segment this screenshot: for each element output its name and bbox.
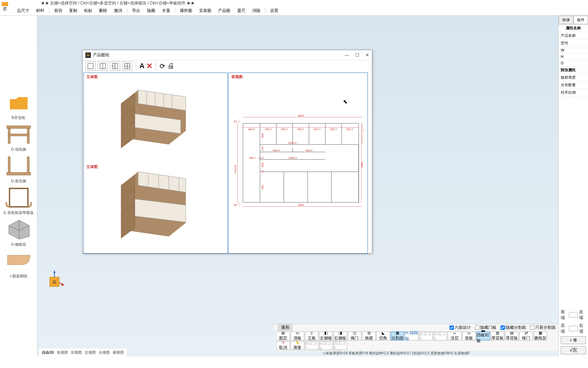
svg-text:503.7: 503.7 bbox=[281, 128, 288, 131]
tab-board[interactable]: 板件 bbox=[573, 16, 588, 24]
tool-diamond-rack[interactable]: ▩菱格架 bbox=[534, 332, 547, 340]
menu-copy[interactable]: 复制 bbox=[66, 6, 80, 15]
prop-count[interactable]: 分布数量 bbox=[559, 81, 588, 89]
text-tool-button[interactable]: A bbox=[140, 62, 144, 70]
front-label: 前视图 bbox=[231, 74, 243, 79]
menu-hide[interactable]: 隐藏 bbox=[144, 6, 158, 15]
tool-cancel[interactable]: ✕取消 bbox=[276, 341, 290, 350]
tool-measure[interactable]: 📏测量 bbox=[291, 341, 304, 350]
tab-right[interactable]: 右视图 bbox=[99, 350, 110, 355]
tool-custom4[interactable]: 自定义4 bbox=[319, 341, 333, 350]
tab-front[interactable]: 前视图 bbox=[57, 350, 68, 355]
tool-custom2[interactable]: 自定义2 bbox=[305, 341, 318, 350]
layout-4-button[interactable] bbox=[122, 61, 132, 71]
print-button[interactable]: 🖨 bbox=[167, 62, 174, 70]
tool-custom6[interactable]: 自定义6 bbox=[333, 341, 347, 350]
close-button[interactable]: ✕ bbox=[365, 52, 369, 58]
svg-text:2224.8: 2224.8 bbox=[234, 165, 237, 173]
prop-w[interactable]: W bbox=[559, 47, 588, 53]
tool-sliding-door[interactable]: ⇄移门 bbox=[519, 332, 533, 340]
prop-d[interactable]: D bbox=[559, 60, 588, 66]
maximize-button[interactable]: ☐ bbox=[355, 52, 359, 58]
menu-hidden-line[interactable]: 消隐 bbox=[249, 6, 263, 15]
lib-item-bottom-wrap[interactable]: D-底包侧 bbox=[5, 154, 32, 184]
tool-thick-back[interactable]: ▥厚背板 bbox=[491, 332, 504, 340]
viewport-tabs: 自由3D 前视图 后视图 左视图 右视图 俯视图 bbox=[39, 349, 127, 356]
svg-text:80: 80 bbox=[234, 203, 237, 206]
tool-kick-board[interactable]: H-踢脚板 bbox=[405, 332, 419, 340]
menu-install[interactable]: 安装图 bbox=[196, 6, 214, 15]
chk-hide-split[interactable]: 隐藏分割面 bbox=[501, 325, 526, 331]
chk-six-face[interactable]: 六面设计 bbox=[450, 325, 471, 331]
tool-shelf[interactable]: ═活层 bbox=[448, 332, 461, 340]
menu-undo[interactable]: 撤消 bbox=[111, 6, 125, 15]
menu-paste[interactable]: 粘贴 bbox=[81, 6, 95, 15]
menu-showall[interactable]: 全显 bbox=[159, 6, 173, 15]
svg-text:11.5: 11.5 bbox=[258, 156, 264, 159]
refresh-button[interactable]: ⟳ bbox=[160, 62, 165, 70]
tool-vertical-board[interactable]: ▯立板 bbox=[305, 332, 318, 340]
tool-bottom-board[interactable]: ▭底板 bbox=[462, 332, 476, 340]
bottom-tab-general[interactable]: 通用 bbox=[278, 324, 293, 331]
menu-settings[interactable]: 设置 bbox=[267, 6, 281, 15]
menu-explode[interactable]: 爆炸图 bbox=[177, 6, 195, 15]
tool-right-side[interactable]: ◨右侧板 bbox=[333, 332, 347, 340]
front-view-pane[interactable]: 前视图 3600 60 60 bbox=[228, 73, 368, 254]
tab-cabinet[interactable]: 柜体 bbox=[559, 16, 573, 24]
chk-only-split[interactable]: 只看分割面 bbox=[530, 325, 556, 331]
svg-text:2380: 2380 bbox=[360, 162, 363, 168]
menu-export[interactable]: 导出 bbox=[129, 6, 143, 15]
tool-split-face[interactable]: ▦分割面 bbox=[391, 332, 404, 340]
prop-name[interactable]: 产品名称 bbox=[559, 32, 588, 40]
iso-view-pane[interactable]: 立体图 立体图 bbox=[83, 73, 228, 254]
lib-item-folder[interactable]: B异形柜 bbox=[5, 91, 32, 120]
tab-left[interactable]: 左视图 bbox=[85, 350, 96, 355]
prop-h[interactable]: H bbox=[559, 53, 588, 60]
tool-hinged-door[interactable]: ◫掩门 bbox=[348, 332, 361, 340]
tool-layer[interactable]: ▤图层 bbox=[276, 332, 290, 340]
menu-product-drawing[interactable]: 产品图 bbox=[215, 6, 233, 15]
menu-material[interactable]: 材料 bbox=[33, 6, 47, 15]
tool-custom5[interactable]: 自定义5 bbox=[434, 332, 447, 340]
layout-1-button[interactable] bbox=[85, 61, 96, 71]
vtab-product[interactable]: 产品 bbox=[2, 2, 8, 6]
prop-model[interactable]: 型号 bbox=[559, 40, 588, 47]
tool-left-side[interactable]: ◧左侧板 bbox=[319, 332, 333, 340]
menu-size[interactable]: 总尺寸 bbox=[14, 6, 32, 15]
delete-tool-button[interactable]: ✕ bbox=[146, 62, 152, 71]
tab-top[interactable]: 俯视图 bbox=[113, 350, 124, 355]
lib-item-side-panel-group[interactable]: G-侧板组 bbox=[5, 217, 32, 247]
complete-button[interactable]: √完 bbox=[561, 346, 586, 354]
top-menu: 总尺寸 材料 剪切 复制 粘贴 删除 撤消 导出 隐藏 全显 爆炸图 安装图 产… bbox=[10, 6, 281, 15]
tab-free3d[interactable]: 自由3D bbox=[42, 350, 54, 355]
tool-drawer[interactable]: ⊟抽屉 bbox=[362, 332, 376, 340]
layout-2-button[interactable] bbox=[98, 61, 108, 71]
apply-button[interactable]: √ 修 bbox=[561, 336, 586, 344]
menu-ruler[interactable]: 显尺 bbox=[234, 6, 248, 15]
lib-item-top-wrap[interactable]: D-顶包侧 bbox=[5, 122, 32, 152]
dialog-titlebar[interactable]: M 产品图纸 — ☐ ✕ bbox=[83, 50, 372, 60]
svg-text:984.5: 984.5 bbox=[273, 149, 280, 152]
lib-item-arc-kick[interactable]: I-圆弧脚线 bbox=[5, 249, 32, 279]
title-bar: ★★ 左键=选择空间 / Ctrl+左键=多选空间 / 右键=选择模块 / Ct… bbox=[0, 0, 588, 6]
tool-thin-back[interactable]: ▤薄背板 bbox=[505, 332, 519, 340]
lib-item-wardrobe-arc[interactable]: E-衣柜框架带圆弧 bbox=[4, 186, 34, 215]
tool-custom3[interactable]: 自定义3 bbox=[419, 332, 433, 340]
tab-back[interactable]: 后视图 bbox=[71, 350, 82, 355]
vtab-element[interactable]: 图元 bbox=[2, 12, 7, 14]
svg-text:2022.9: 2022.9 bbox=[288, 141, 297, 144]
prop-align[interactable]: 对齐比例 bbox=[559, 89, 588, 96]
post-input[interactable] bbox=[569, 326, 578, 331]
svg-text:503.7: 503.7 bbox=[297, 128, 305, 131]
tool-corner-cut[interactable]: ◣切角 bbox=[376, 332, 390, 340]
viewport[interactable]: M 产品图纸 — ☐ ✕ A ✕ ⟳ 🖨 bbox=[37, 16, 559, 356]
menu-delete[interactable]: 删除 bbox=[96, 6, 110, 15]
tool-baffle[interactable]: ▬挡板封板 bbox=[476, 332, 490, 340]
menu-cut[interactable]: 剪切 bbox=[51, 6, 65, 15]
layout-3-button[interactable] bbox=[110, 61, 120, 71]
minimize-button[interactable]: — bbox=[345, 52, 349, 58]
tool-top-board[interactable]: ▭顶板 bbox=[291, 332, 304, 340]
pre-input[interactable] bbox=[569, 312, 578, 318]
prop-thickness[interactable]: 板材厚度 bbox=[559, 74, 588, 81]
view-cube[interactable]: 前 bbox=[44, 270, 65, 292]
